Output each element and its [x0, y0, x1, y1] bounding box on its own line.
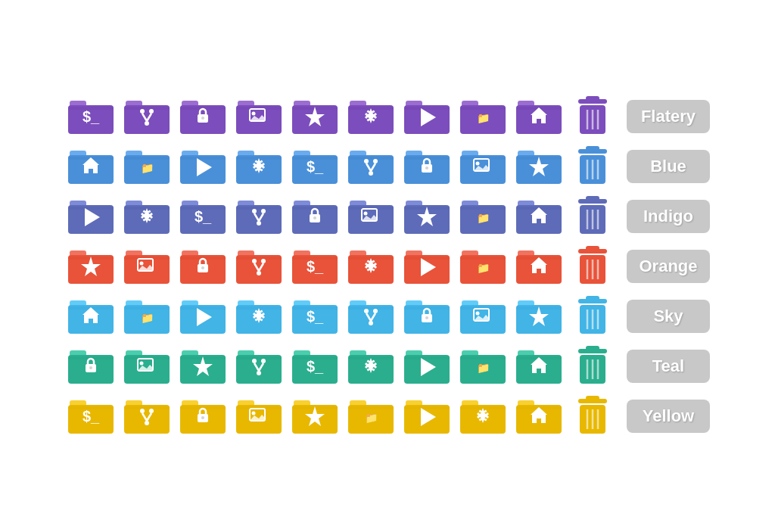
folder-teal-dollar-4[interactable]: $_	[289, 344, 341, 388]
folder-orange-folder-7[interactable]: 📁	[457, 244, 509, 288]
svg-rect-272	[404, 356, 450, 359]
folder-sky-fork-5[interactable]	[345, 294, 397, 338]
folder-teal-home-8[interactable]	[513, 344, 565, 388]
trash-yellow[interactable]	[569, 394, 616, 438]
theme-row-teal: $_ 📁	[30, 344, 745, 388]
folder-orange-lock-2[interactable]	[177, 244, 229, 288]
theme-label-yellow: Yellow	[627, 400, 710, 433]
folder-flatery-home-8[interactable]	[513, 95, 565, 138]
folder-indigo-dollar-2[interactable]: $_	[177, 194, 229, 238]
svg-rect-316	[348, 406, 394, 409]
folder-orange-image-1[interactable]	[121, 244, 173, 288]
folder-teal-lock-0[interactable]	[65, 344, 117, 388]
folder-blue-dollar-4[interactable]: $_	[289, 145, 341, 188]
folder-sky-lock-6[interactable]	[401, 294, 453, 338]
folder-teal-image-1[interactable]	[121, 344, 173, 388]
folder-sky-home-0[interactable]	[65, 294, 117, 338]
folder-orange-dollar-4[interactable]: $_	[289, 244, 341, 288]
trash-indigo[interactable]	[569, 194, 616, 238]
folder-orange-home-8[interactable]	[513, 244, 565, 288]
svg-rect-176	[404, 257, 450, 260]
folder-teal-folder-7[interactable]: 📁	[457, 344, 509, 388]
folder-sky-gear-3[interactable]	[233, 294, 285, 338]
svg-point-162	[261, 259, 266, 263]
folder-teal-fork-3[interactable]	[233, 344, 285, 388]
folder-indigo-star-6[interactable]	[401, 194, 453, 238]
svg-point-249	[140, 361, 144, 365]
folder-blue-play-2[interactable]	[177, 145, 229, 188]
folder-indigo-lock-4[interactable]	[289, 194, 341, 238]
folder-flatery-gear-5[interactable]	[345, 95, 397, 138]
theme-row-flatery: $_	[30, 95, 745, 138]
trash-orange[interactable]	[569, 244, 616, 288]
svg-rect-256	[236, 356, 282, 359]
svg-point-216	[373, 309, 378, 313]
folder-yellow-image-3[interactable]	[233, 394, 285, 438]
folder-blue-image-7[interactable]	[457, 145, 509, 188]
svg-point-120	[313, 216, 316, 219]
svg-point-304	[201, 416, 204, 419]
folder-sky-image-7[interactable]	[457, 294, 509, 338]
theme-label-sky: Sky	[627, 300, 710, 333]
folder-flatery-dollar-0[interactable]: $_	[65, 95, 117, 138]
folder-blue-star-8[interactable]	[513, 145, 565, 188]
folder-blue-fork-5[interactable]	[345, 145, 397, 188]
svg-point-16	[201, 117, 204, 120]
svg-rect-110	[236, 207, 282, 210]
svg-point-297	[145, 421, 149, 425]
folder-yellow-star-4[interactable]	[289, 394, 341, 438]
trash-teal[interactable]	[569, 344, 616, 388]
folder-indigo-gear-1[interactable]	[121, 194, 173, 238]
theme-row-blue: 📁 $_	[30, 145, 745, 188]
folder-yellow-lock-2[interactable]	[177, 394, 229, 438]
folder-sky-play-2[interactable]	[177, 294, 229, 338]
svg-text:$_: $_	[82, 108, 100, 125]
svg-point-296	[149, 409, 154, 413]
svg-rect-198	[124, 306, 170, 310]
trash-blue[interactable]	[569, 145, 616, 188]
folder-blue-folder-1[interactable]: 📁	[121, 145, 173, 188]
folder-indigo-image-5[interactable]	[345, 194, 397, 238]
folder-yellow-play-6[interactable]	[401, 394, 453, 438]
trash-sky[interactable]	[569, 294, 616, 338]
svg-point-257	[252, 359, 257, 363]
folder-sky-dollar-4[interactable]: $_	[289, 294, 341, 338]
folder-yellow-gear-7[interactable]	[457, 394, 509, 438]
folder-flatery-play-6[interactable]	[401, 95, 453, 138]
svg-rect-98	[68, 207, 114, 210]
folder-orange-fork-3[interactable]	[233, 244, 285, 288]
folder-yellow-folder-5[interactable]: 📁	[345, 394, 397, 438]
folder-orange-star-0[interactable]	[65, 244, 117, 288]
folder-yellow-home-8[interactable]	[513, 394, 565, 438]
folder-yellow-dollar-0[interactable]: $_	[65, 394, 117, 438]
folder-flatery-folder-7[interactable]: 📁	[457, 95, 509, 138]
svg-point-163	[257, 271, 261, 275]
svg-text:$_: $_	[82, 408, 100, 425]
folder-sky-folder-1[interactable]: 📁	[121, 294, 173, 338]
folder-indigo-folder-7[interactable]: 📁	[457, 194, 509, 238]
svg-rect-276	[460, 356, 506, 359]
folder-indigo-play-0[interactable]	[65, 194, 117, 238]
folder-indigo-fork-3[interactable]	[233, 194, 285, 238]
folder-teal-star-2[interactable]	[177, 344, 229, 388]
folder-flatery-lock-2[interactable]	[177, 95, 229, 138]
folder-sky-star-8[interactable]	[513, 294, 565, 338]
folder-indigo-home-8[interactable]	[513, 194, 565, 238]
svg-point-72	[373, 159, 378, 163]
svg-point-217	[369, 321, 373, 325]
svg-rect-54	[124, 157, 170, 160]
folder-blue-home-0[interactable]	[65, 145, 117, 188]
folder-teal-play-6[interactable]	[401, 344, 453, 388]
folder-flatery-image-3[interactable]	[233, 95, 285, 138]
folder-yellow-fork-1[interactable]	[121, 394, 173, 438]
trash-flatery[interactable]	[569, 95, 616, 138]
folder-teal-gear-5[interactable]	[345, 344, 397, 388]
folder-flatery-fork-1[interactable]	[121, 95, 173, 138]
folder-flatery-star-4[interactable]	[289, 95, 341, 138]
folder-blue-lock-6[interactable]	[401, 145, 453, 188]
folder-blue-gear-3[interactable]	[233, 145, 285, 188]
svg-rect-331	[586, 396, 599, 400]
folder-orange-play-6[interactable]	[401, 244, 453, 288]
svg-rect-202	[180, 306, 226, 310]
folder-orange-gear-5[interactable]	[345, 244, 397, 288]
